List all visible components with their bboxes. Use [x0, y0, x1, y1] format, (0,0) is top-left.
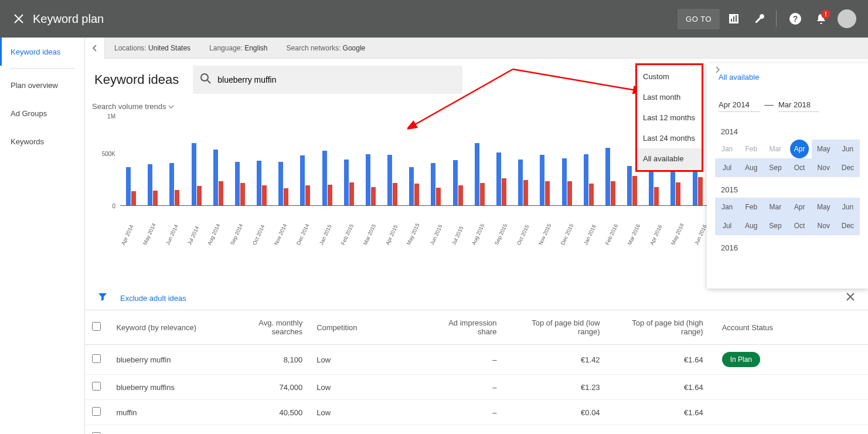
month-cell[interactable]: Oct: [788, 158, 812, 177]
row-checkbox[interactable]: [92, 382, 101, 391]
col-ais[interactable]: Ad impression share: [431, 310, 503, 345]
range-option[interactable]: Last 24 months: [637, 128, 702, 148]
keyword-table: Keyword (by relevance) Avg. monthly sear…: [85, 310, 868, 434]
bar-blue: [453, 160, 458, 206]
keyword-search-box[interactable]: [193, 66, 462, 94]
language-value: English: [244, 44, 267, 52]
networks-label: Search networks:: [287, 44, 341, 52]
month-cell[interactable]: Jul: [715, 216, 739, 235]
bar-red: [284, 188, 288, 206]
month-cell[interactable]: Sep: [763, 216, 787, 235]
range-option[interactable]: Last 12 months: [637, 107, 702, 128]
exclude-adult-link[interactable]: Exclude adult ideas: [120, 294, 186, 303]
month-cell[interactable]: Nov: [812, 158, 836, 177]
sidebar-item-keywords[interactable]: Keywords: [0, 127, 84, 155]
bar-blue: [366, 154, 370, 206]
month-cell[interactable]: Mar: [763, 140, 787, 158]
bar-group: [338, 160, 360, 206]
bar-blue: [278, 162, 283, 206]
cell-bid-low: €1.23: [504, 375, 607, 400]
networks-value: Google: [343, 44, 366, 52]
cell-ais: –: [431, 425, 503, 435]
col-keyword[interactable]: Keyword (by relevance): [109, 310, 230, 345]
cell-ais: –: [431, 375, 503, 400]
month-cell[interactable]: Nov: [812, 216, 836, 235]
date-to-input[interactable]: [778, 98, 819, 112]
month-cell[interactable]: Apr: [788, 198, 812, 216]
bar-group: [207, 150, 229, 206]
range-option[interactable]: Last month: [637, 87, 702, 107]
date-prev-icon[interactable]: [707, 63, 709, 77]
collapse-sidebar-icon[interactable]: [85, 38, 105, 59]
tools-icon[interactable]: [748, 7, 771, 30]
cell-bid-high: €1.64: [607, 345, 710, 375]
date-from-input[interactable]: [719, 98, 760, 112]
notifications-icon[interactable]: !: [809, 7, 833, 30]
month-cell[interactable]: Feb: [739, 198, 763, 216]
row-checkbox[interactable]: [92, 354, 101, 363]
month-cell[interactable]: Aug: [739, 216, 763, 235]
avatar[interactable]: [838, 9, 856, 28]
bar-group: [578, 154, 600, 206]
locations-filter[interactable]: Locations: United States: [105, 44, 200, 52]
month-cell[interactable]: Jul: [715, 158, 739, 177]
x-tick: Jun 2014: [165, 240, 186, 246]
cell-keyword: blueberry muffins: [109, 375, 230, 400]
row-checkbox[interactable]: [92, 407, 101, 416]
bar-group: [469, 143, 491, 206]
month-cell[interactable]: Oct: [788, 216, 812, 235]
bar-group: [164, 163, 185, 206]
month-cell[interactable]: Aug: [739, 158, 763, 177]
month-cell[interactable]: Jun: [836, 140, 860, 158]
goto-button[interactable]: GO TO: [678, 9, 720, 29]
month-cell[interactable]: Sep: [763, 158, 787, 177]
month-cell[interactable]: May: [812, 140, 836, 158]
cell-status: [710, 425, 868, 435]
help-icon[interactable]: ?: [784, 7, 807, 30]
y-tick: 500K: [96, 151, 115, 157]
month-cell[interactable]: Dec: [836, 216, 860, 235]
range-option[interactable]: All available: [637, 148, 702, 169]
chart-title-dropdown[interactable]: Search volume trends: [92, 102, 174, 111]
chevron-down-icon: [168, 105, 174, 108]
x-tick: Jul 2015: [451, 240, 471, 246]
x-tick: Apr 2015: [384, 240, 406, 246]
range-option[interactable]: Custom: [637, 66, 702, 87]
date-next-icon[interactable]: [710, 63, 724, 77]
bar-blue: [475, 143, 479, 206]
bar-red: [305, 185, 310, 206]
language-filter[interactable]: Language: English: [200, 44, 277, 52]
col-bid-high[interactable]: Top of page bid (high range): [607, 310, 710, 345]
sidebar-item-keyword-ideas[interactable]: Keyword ideas: [0, 38, 84, 66]
month-cell[interactable]: Apr: [790, 140, 809, 158]
month-cell[interactable]: May: [812, 198, 836, 216]
col-ams[interactable]: Avg. monthly searches: [231, 310, 310, 345]
filter-icon[interactable]: [98, 292, 107, 304]
svg-text:?: ?: [793, 14, 798, 23]
x-tick: Jan 2015: [318, 240, 340, 246]
col-bid-low[interactable]: Top of page bid (low range): [504, 310, 607, 345]
cell-bid-low: €1.42: [504, 345, 607, 375]
sidebar-item-ad-groups[interactable]: Ad Groups: [0, 99, 84, 127]
keyword-search-input[interactable]: [217, 75, 455, 84]
month-cell[interactable]: Mar: [763, 198, 787, 216]
bar-group: [142, 164, 164, 206]
cell-ams: 40,500: [231, 400, 310, 425]
month-cell[interactable]: Jun: [836, 198, 860, 216]
close-icon[interactable]: [7, 7, 30, 30]
cell-competition: Low: [309, 400, 431, 425]
cell-bid-low: €0.04: [504, 400, 607, 425]
select-all-checkbox[interactable]: [92, 322, 101, 331]
col-competition[interactable]: Competition: [309, 310, 431, 345]
close-filter-icon[interactable]: [846, 292, 855, 304]
networks-filter[interactable]: Search networks: Google: [277, 44, 375, 52]
month-cell[interactable]: Feb: [739, 140, 763, 158]
col-status[interactable]: Account Status: [710, 310, 868, 345]
month-cell[interactable]: Jan: [715, 140, 739, 158]
month-cell[interactable]: Dec: [836, 158, 860, 177]
year-label: 2016: [707, 235, 868, 256]
reports-icon[interactable]: [722, 7, 746, 30]
sidebar-item-plan-overview[interactable]: Plan overview: [0, 71, 84, 99]
month-cell[interactable]: Jan: [715, 198, 739, 216]
bar-blue: [518, 160, 523, 206]
